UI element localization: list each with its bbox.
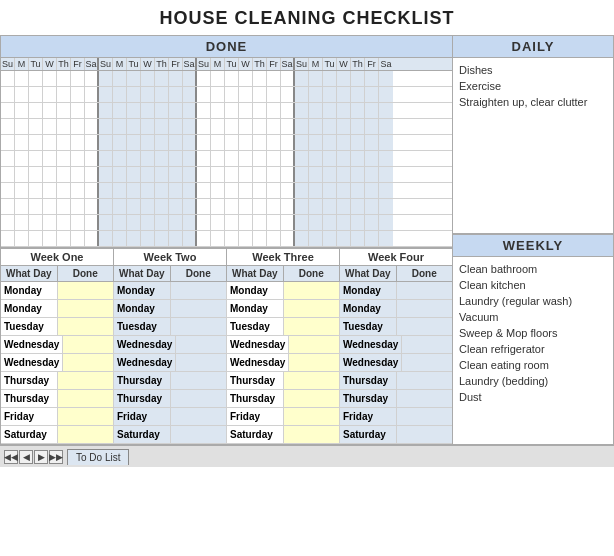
- cal-cell[interactable]: [85, 71, 99, 86]
- cal-cell[interactable]: [127, 231, 141, 246]
- cal-cell[interactable]: [197, 231, 211, 246]
- cal-cell[interactable]: [253, 103, 267, 118]
- cal-cell[interactable]: [113, 87, 127, 102]
- cal-cell[interactable]: [183, 151, 197, 166]
- done-cell[interactable]: [289, 354, 340, 371]
- cal-cell[interactable]: [337, 87, 351, 102]
- cal-cell[interactable]: [197, 151, 211, 166]
- cal-cell[interactable]: [267, 183, 281, 198]
- done-cell[interactable]: [397, 426, 453, 443]
- cal-cell[interactable]: [15, 103, 29, 118]
- cal-cell[interactable]: [351, 135, 365, 150]
- cal-cell[interactable]: [155, 231, 169, 246]
- cal-cell[interactable]: [225, 215, 239, 230]
- cal-cell[interactable]: [169, 167, 183, 182]
- cal-cell[interactable]: [99, 103, 113, 118]
- cal-cell[interactable]: [323, 183, 337, 198]
- cal-cell[interactable]: [309, 231, 323, 246]
- cal-cell[interactable]: [113, 135, 127, 150]
- cal-cell[interactable]: [169, 151, 183, 166]
- cal-cell[interactable]: [155, 135, 169, 150]
- cal-cell[interactable]: [337, 231, 351, 246]
- cal-cell[interactable]: [99, 135, 113, 150]
- cal-cell[interactable]: [127, 151, 141, 166]
- cal-cell[interactable]: [29, 183, 43, 198]
- cal-cell[interactable]: [281, 167, 295, 182]
- cal-cell[interactable]: [267, 71, 281, 86]
- cal-cell[interactable]: [225, 231, 239, 246]
- cal-cell[interactable]: [197, 167, 211, 182]
- cal-cell[interactable]: [253, 87, 267, 102]
- cal-cell[interactable]: [183, 215, 197, 230]
- cal-cell[interactable]: [295, 135, 309, 150]
- cal-cell[interactable]: [323, 231, 337, 246]
- cal-cell[interactable]: [71, 151, 85, 166]
- done-cell[interactable]: [397, 390, 453, 407]
- cal-cell[interactable]: [351, 199, 365, 214]
- done-cell[interactable]: [284, 390, 341, 407]
- cal-cell[interactable]: [295, 167, 309, 182]
- cal-cell[interactable]: [239, 103, 253, 118]
- cal-cell[interactable]: [169, 119, 183, 134]
- cal-cell[interactable]: [323, 199, 337, 214]
- cal-cell[interactable]: [365, 215, 379, 230]
- done-cell[interactable]: [397, 318, 453, 335]
- done-cell[interactable]: [171, 300, 228, 317]
- cal-cell[interactable]: [365, 87, 379, 102]
- cal-cell[interactable]: [267, 199, 281, 214]
- cal-cell[interactable]: [141, 151, 155, 166]
- cal-cell[interactable]: [43, 231, 57, 246]
- cal-cell[interactable]: [281, 119, 295, 134]
- cal-cell[interactable]: [43, 215, 57, 230]
- cal-cell[interactable]: [57, 87, 71, 102]
- cal-cell[interactable]: [71, 231, 85, 246]
- cal-cell[interactable]: [211, 119, 225, 134]
- cal-cell[interactable]: [379, 199, 393, 214]
- cal-cell[interactable]: [57, 151, 71, 166]
- cal-cell[interactable]: [127, 87, 141, 102]
- cal-cell[interactable]: [351, 167, 365, 182]
- done-cell[interactable]: [284, 426, 341, 443]
- cal-cell[interactable]: [365, 103, 379, 118]
- cal-cell[interactable]: [379, 231, 393, 246]
- cal-cell[interactable]: [267, 231, 281, 246]
- cal-cell[interactable]: [71, 71, 85, 86]
- cal-cell[interactable]: [71, 167, 85, 182]
- cal-cell[interactable]: [71, 87, 85, 102]
- cal-cell[interactable]: [1, 167, 15, 182]
- done-cell[interactable]: [171, 426, 228, 443]
- cal-cell[interactable]: [15, 135, 29, 150]
- cal-cell[interactable]: [141, 231, 155, 246]
- cal-cell[interactable]: [281, 103, 295, 118]
- cal-cell[interactable]: [85, 215, 99, 230]
- cal-cell[interactable]: [351, 151, 365, 166]
- cal-cell[interactable]: [253, 215, 267, 230]
- cal-cell[interactable]: [225, 119, 239, 134]
- cal-cell[interactable]: [379, 215, 393, 230]
- cal-cell[interactable]: [239, 199, 253, 214]
- cal-cell[interactable]: [169, 231, 183, 246]
- cal-cell[interactable]: [169, 103, 183, 118]
- cal-cell[interactable]: [113, 103, 127, 118]
- cal-cell[interactable]: [169, 215, 183, 230]
- cal-cell[interactable]: [309, 135, 323, 150]
- cal-cell[interactable]: [379, 103, 393, 118]
- cal-cell[interactable]: [211, 215, 225, 230]
- cal-cell[interactable]: [197, 87, 211, 102]
- cal-cell[interactable]: [183, 87, 197, 102]
- cal-cell[interactable]: [267, 151, 281, 166]
- done-cell[interactable]: [58, 300, 115, 317]
- cal-cell[interactable]: [379, 183, 393, 198]
- cal-cell[interactable]: [29, 151, 43, 166]
- cal-cell[interactable]: [127, 167, 141, 182]
- done-cell[interactable]: [171, 318, 228, 335]
- cal-cell[interactable]: [1, 103, 15, 118]
- cal-cell[interactable]: [323, 215, 337, 230]
- cal-cell[interactable]: [71, 183, 85, 198]
- cal-cell[interactable]: [351, 215, 365, 230]
- cal-cell[interactable]: [309, 167, 323, 182]
- cal-cell[interactable]: [365, 151, 379, 166]
- to-do-list-tab[interactable]: To Do List: [67, 449, 129, 465]
- cal-cell[interactable]: [57, 183, 71, 198]
- cal-cell[interactable]: [211, 199, 225, 214]
